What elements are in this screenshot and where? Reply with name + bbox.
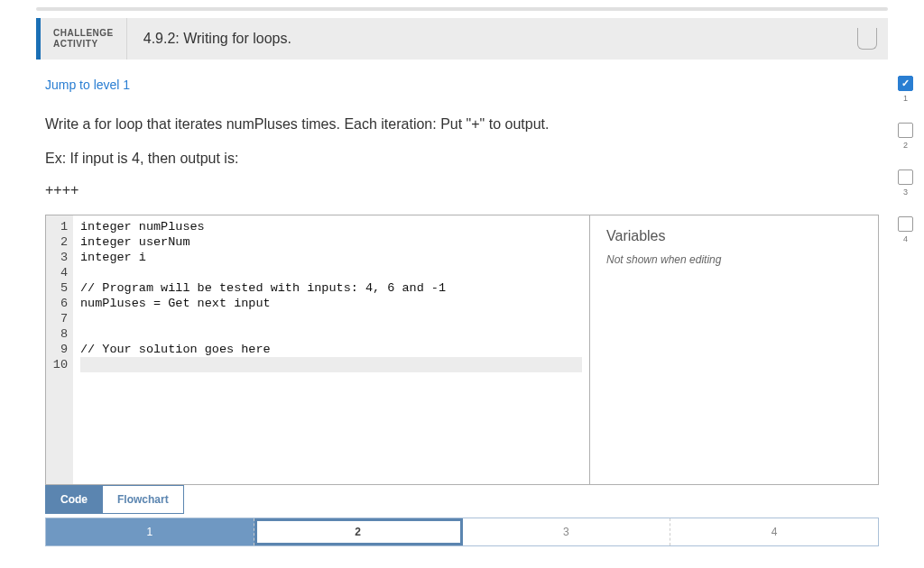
bookmark-icon[interactable] bbox=[857, 28, 877, 50]
line-number: 7 bbox=[50, 311, 68, 326]
top-divider bbox=[36, 7, 888, 11]
prompt-line2: Ex: If input is 4, then output is: bbox=[45, 148, 879, 169]
code-line[interactable]: // Your solution goes here bbox=[80, 342, 582, 357]
prompt-line1: Write a for loop that iterates numPluses… bbox=[45, 114, 879, 135]
level-number: 4 bbox=[903, 234, 908, 243]
progress-cell[interactable]: 4 bbox=[670, 518, 878, 545]
level-box-icon bbox=[898, 216, 913, 232]
code-line[interactable]: // Program will be tested with inputs: 4… bbox=[80, 280, 582, 296]
challenge-label-line1: CHALLENGE bbox=[53, 28, 114, 39]
tab-code[interactable]: Code bbox=[45, 485, 103, 514]
code-line[interactable]: integer userNum bbox=[80, 234, 582, 250]
level-indicator[interactable]: 3 bbox=[898, 169, 913, 197]
editor-tabs: Code Flowchart bbox=[45, 485, 879, 514]
level-box-icon bbox=[898, 123, 913, 138]
code-line[interactable] bbox=[80, 357, 582, 372]
variables-note: Not shown when editing bbox=[606, 253, 862, 266]
progress-cell[interactable]: 2 bbox=[254, 518, 463, 545]
code-lines[interactable]: integer numPlusesinteger userNuminteger … bbox=[73, 215, 589, 484]
line-number: 6 bbox=[50, 296, 68, 311]
jump-to-level-link[interactable]: Jump to level 1 bbox=[45, 78, 130, 92]
challenge-title: 4.9.2: Writing for loops. bbox=[126, 18, 857, 60]
line-number: 2 bbox=[50, 234, 68, 250]
level-number: 3 bbox=[903, 188, 908, 197]
line-number: 3 bbox=[50, 250, 68, 265]
line-number: 9 bbox=[50, 342, 68, 357]
challenge-label: CHALLENGE ACTIVITY bbox=[41, 18, 126, 60]
content: Jump to level 1 Write a for loop that it… bbox=[36, 78, 888, 546]
line-number-gutter: 12345678910 bbox=[46, 215, 73, 484]
level-number: 1 bbox=[903, 94, 908, 103]
header-icon-slot bbox=[857, 18, 888, 60]
code-line[interactable] bbox=[80, 265, 582, 280]
code-line[interactable]: integer numPluses bbox=[80, 219, 582, 234]
page: CHALLENGE ACTIVITY 4.9.2: Writing for lo… bbox=[0, 0, 924, 546]
line-number: 8 bbox=[50, 326, 68, 342]
tab-flowchart[interactable]: Flowchart bbox=[103, 485, 184, 514]
example-output: ++++ bbox=[45, 182, 879, 198]
line-number: 1 bbox=[50, 219, 68, 234]
progress-cell[interactable]: 1 bbox=[46, 518, 254, 545]
check-icon: ✓ bbox=[898, 76, 913, 91]
code-line[interactable]: numPluses = Get next input bbox=[80, 296, 582, 311]
level-indicator[interactable]: 2 bbox=[898, 123, 913, 150]
variables-title: Variables bbox=[606, 228, 862, 244]
level-indicators: ✓1234 bbox=[898, 76, 913, 243]
challenge-header: CHALLENGE ACTIVITY 4.9.2: Writing for lo… bbox=[36, 18, 888, 60]
code-line[interactable] bbox=[80, 326, 582, 342]
level-indicator[interactable]: 4 bbox=[898, 216, 913, 243]
code-line[interactable]: integer i bbox=[80, 250, 582, 265]
level-box-icon bbox=[898, 169, 913, 185]
line-number: 5 bbox=[50, 280, 68, 296]
level-indicator[interactable]: ✓1 bbox=[898, 76, 913, 103]
progress-cell[interactable]: 3 bbox=[463, 518, 671, 545]
line-number: 4 bbox=[50, 265, 68, 280]
level-number: 2 bbox=[903, 141, 908, 150]
code-line[interactable] bbox=[80, 311, 582, 326]
variables-panel: Variables Not shown when editing bbox=[589, 215, 878, 484]
progress-bar: 1234 bbox=[45, 518, 879, 546]
challenge-label-line2: ACTIVITY bbox=[53, 39, 114, 50]
line-number: 10 bbox=[50, 357, 68, 372]
editor-panel: 12345678910 integer numPlusesinteger use… bbox=[45, 215, 879, 485]
code-editor[interactable]: 12345678910 integer numPlusesinteger use… bbox=[46, 215, 589, 484]
